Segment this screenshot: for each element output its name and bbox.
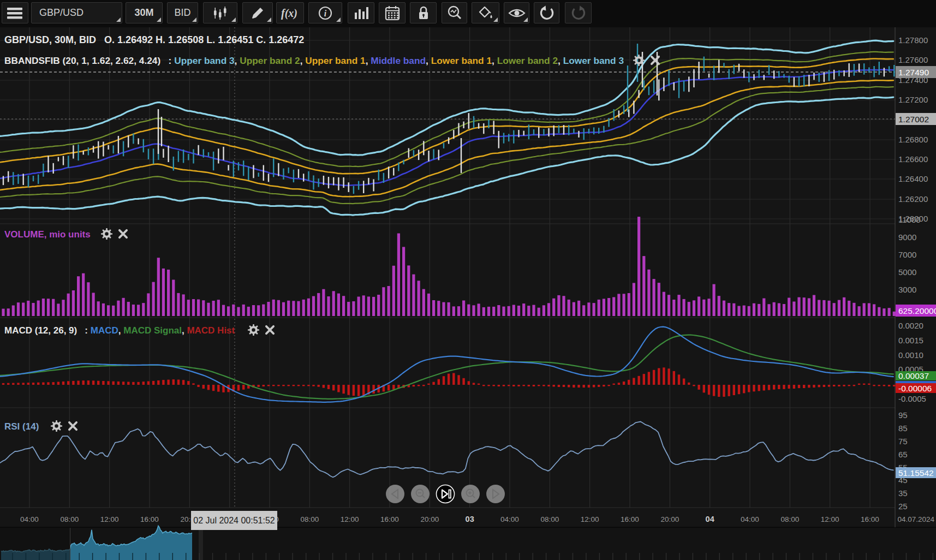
- svg-text:625.20000: 625.20000: [898, 306, 936, 315]
- svg-text:i: i: [324, 9, 327, 18]
- svg-text:9000: 9000: [898, 233, 916, 242]
- svg-text:95: 95: [898, 410, 908, 420]
- svg-text:0.00037: 0.00037: [898, 371, 929, 380]
- svg-text:12:00: 12:00: [341, 515, 359, 523]
- svg-text:20:00: 20:00: [420, 515, 439, 523]
- svg-text:11000: 11000: [898, 215, 921, 224]
- svg-text:75: 75: [898, 437, 908, 446]
- svg-text:1.27200: 1.27200: [898, 95, 928, 104]
- svg-text:5000: 5000: [898, 267, 916, 277]
- svg-text:3000: 3000: [898, 285, 916, 294]
- svg-text:7000: 7000: [898, 250, 916, 259]
- svg-text:1.27002: 1.27002: [898, 115, 929, 124]
- svg-text:04.07.2024: 04.07.2024: [897, 515, 934, 523]
- svg-text:08:00: 08:00: [60, 515, 79, 523]
- svg-text:35: 35: [898, 488, 908, 498]
- svg-text:12:00: 12:00: [100, 515, 119, 523]
- svg-text:0.0010: 0.0010: [898, 350, 923, 360]
- svg-text:f(x): f(x): [281, 7, 297, 20]
- svg-text:04: 04: [706, 515, 714, 523]
- svg-text:85: 85: [898, 424, 908, 433]
- svg-text:-0.0005: -0.0005: [898, 394, 926, 403]
- svg-text:03: 03: [466, 515, 474, 523]
- svg-text:25: 25: [898, 502, 908, 511]
- svg-text:1.27800: 1.27800: [898, 35, 928, 45]
- svg-text:1.26400: 1.26400: [898, 174, 928, 183]
- svg-text:04:00: 04:00: [741, 515, 759, 523]
- svg-text:65: 65: [898, 450, 908, 459]
- svg-text:1.27600: 1.27600: [898, 55, 928, 64]
- svg-text:02 Jul 2024 00:51:52: 02 Jul 2024 00:51:52: [193, 516, 275, 525]
- svg-text:04:00: 04:00: [500, 515, 519, 523]
- svg-text:1.27490: 1.27490: [898, 68, 929, 77]
- svg-text:16:00: 16:00: [861, 515, 879, 523]
- svg-text:20:00: 20:00: [660, 515, 679, 523]
- svg-text:16:00: 16:00: [380, 515, 399, 523]
- svg-text:16:00: 16:00: [140, 515, 159, 523]
- svg-text:12:00: 12:00: [821, 515, 839, 523]
- svg-text:1.26200: 1.26200: [898, 194, 928, 204]
- svg-text:1.26600: 1.26600: [898, 154, 928, 164]
- svg-text:08:00: 08:00: [780, 515, 799, 523]
- svg-text:0.0015: 0.0015: [898, 336, 923, 345]
- svg-text:0.0020: 0.0020: [898, 321, 923, 330]
- svg-text:12:00: 12:00: [581, 515, 599, 523]
- svg-text:-0.00006: -0.00006: [898, 384, 932, 393]
- svg-text:04:00: 04:00: [20, 515, 39, 523]
- svg-text:51.15542: 51.15542: [898, 468, 934, 478]
- svg-text:08:00: 08:00: [300, 515, 319, 523]
- svg-text:16:00: 16:00: [621, 515, 639, 523]
- svg-text:1.26800: 1.26800: [898, 135, 928, 144]
- svg-text:08:00: 08:00: [540, 515, 559, 523]
